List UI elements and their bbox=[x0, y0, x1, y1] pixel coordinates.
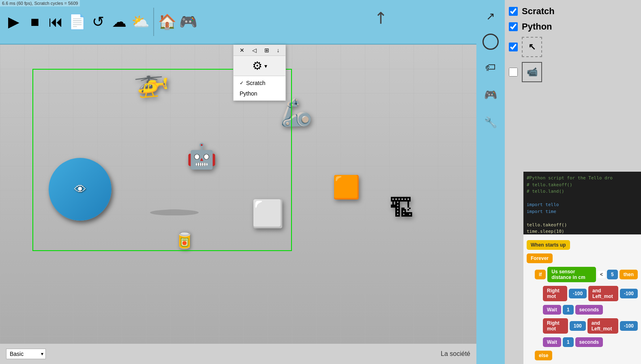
dropdown-item-scratch[interactable]: Scratch bbox=[234, 78, 285, 88]
cloud1-icon: ☁ bbox=[112, 13, 126, 30]
sensor-label[interactable]: Us sensor distance in cm bbox=[547, 267, 596, 282]
wait-block-1: Wait 1 seconds bbox=[543, 304, 638, 316]
settings-gear-icon[interactable]: ⚙ bbox=[252, 59, 262, 72]
arrow-tool-button[interactable]: ↗ bbox=[369, 6, 392, 29]
py-import-2: import time bbox=[527, 209, 556, 214]
left-mot-label-2[interactable]: and Left_mot bbox=[587, 318, 618, 334]
house-icon: 🏠 bbox=[158, 13, 176, 30]
when-starts-up-label[interactable]: When starts up bbox=[527, 240, 570, 250]
blue-tracked-robot[interactable]: 🤖 bbox=[187, 142, 217, 170]
else-block: else bbox=[535, 349, 638, 362]
dropdown-close-icon[interactable]: ✕ bbox=[240, 47, 244, 53]
gamepad-button[interactable]: 🎮 bbox=[178, 6, 198, 38]
if-sensor-block: if Us sensor distance in cm < 5 then bbox=[535, 266, 638, 283]
drone-robot[interactable]: 🚁 bbox=[133, 63, 171, 99]
left-mot-value-1[interactable]: -100 bbox=[620, 289, 638, 298]
right-icon-circle[interactable] bbox=[482, 34, 499, 50]
right-icon-gamepad[interactable]: 🎮 bbox=[480, 85, 501, 105]
python-checkbox-row: Python bbox=[509, 21, 637, 32]
py-func-1: tello.takeoff() bbox=[527, 222, 567, 228]
undo-button[interactable]: ↺ bbox=[88, 6, 108, 38]
wait-value-1[interactable]: 1 bbox=[563, 305, 574, 315]
and-label-1[interactable]: and Left_mot bbox=[588, 286, 618, 301]
right-mot-value-1[interactable]: -100 bbox=[569, 289, 587, 298]
white-boxy-robot[interactable]: ⬜ bbox=[251, 198, 284, 229]
dropdown-header: ✕ ◁ ⊞ ↓ bbox=[234, 45, 285, 56]
dropdown-menu: ✕ ◁ ⊞ ↓ ⚙ ▾ Scratch Python bbox=[233, 45, 286, 101]
cursor-icon: ↖ bbox=[528, 42, 536, 52]
python-code-display: #Python script for the Tello dro # tello… bbox=[523, 172, 641, 234]
dropdown-down-icon[interactable]: ↓ bbox=[277, 47, 280, 53]
when-starts-up-block: When starts up bbox=[527, 239, 638, 251]
video-checkbox-row: 📹 bbox=[509, 62, 637, 82]
code-panel: When starts up Forever if Us sensor dist… bbox=[523, 234, 641, 364]
py-import-1: import tello bbox=[527, 202, 559, 207]
drone-shadow bbox=[150, 210, 199, 216]
cloud2-button[interactable]: ⛅ bbox=[131, 6, 150, 38]
cloud1-button[interactable]: ☁ bbox=[109, 6, 129, 38]
right-mot-value-2[interactable]: 100 bbox=[570, 321, 586, 331]
house-button[interactable]: 🏠 bbox=[157, 6, 177, 38]
py-comment-2: # tello.takeoff() bbox=[527, 182, 572, 187]
dropdown-arrow-icon[interactable]: ◁ bbox=[252, 47, 257, 53]
status-bar: 6.6 ms (60 fps), Scratch cycles = 5609 bbox=[0, 0, 80, 6]
basic-dropdown[interactable]: Basic Advanced Custom bbox=[6, 349, 46, 359]
dropdown-scratch-label: Scratch bbox=[246, 80, 265, 86]
cloud2-icon: ⛅ bbox=[131, 13, 150, 30]
right-panel-content: Scratch Python ↖ 📹 bbox=[505, 0, 641, 88]
video-checkbox[interactable] bbox=[509, 68, 518, 77]
dash-eye: 👁 bbox=[74, 183, 86, 196]
orange-robot[interactable]: 🟧 bbox=[332, 174, 360, 200]
play-button[interactable]: ▶ bbox=[4, 6, 24, 38]
right-icon-arrow[interactable]: ↗ bbox=[480, 6, 501, 26]
left-mot-value-2[interactable]: -100 bbox=[620, 321, 638, 331]
gamepad-icon: 🎮 bbox=[179, 13, 197, 30]
dropdown-python-label: Python bbox=[240, 90, 257, 97]
right-mot-label-1[interactable]: Right mot bbox=[543, 286, 567, 301]
gray-tank-robot[interactable]: 🏗 bbox=[389, 194, 414, 222]
right-icon-tag[interactable]: 🏷 bbox=[480, 57, 501, 77]
if-label[interactable]: if bbox=[535, 270, 546, 279]
forever-block: Forever bbox=[527, 252, 638, 264]
wait-block-2: Wait 1 seconds bbox=[543, 336, 638, 348]
basic-dropdown-wrapper: Basic Advanced Custom bbox=[6, 349, 46, 359]
right-mot-label-2[interactable]: Right mot bbox=[543, 318, 568, 334]
red-can[interactable]: 🥫 bbox=[174, 231, 195, 250]
python-checkbox[interactable] bbox=[509, 22, 518, 31]
wait-label-1[interactable]: Wait bbox=[543, 305, 561, 315]
sensor-value[interactable]: 5 bbox=[607, 270, 618, 279]
video-icon-box[interactable]: 📹 bbox=[522, 62, 542, 82]
cursor-icon-box[interactable]: ↖ bbox=[522, 37, 542, 57]
document-button[interactable]: 📄 bbox=[67, 6, 87, 38]
else-label[interactable]: else bbox=[535, 351, 552, 360]
dash-robot[interactable]: 👁 bbox=[49, 158, 111, 221]
motors-block-2: Right mot 100 and Left_mot -100 bbox=[543, 317, 638, 335]
wheeled-robot-gray[interactable]: 🦾 bbox=[280, 97, 313, 128]
toolbar-group-right: 🏠 🎮 bbox=[157, 6, 198, 38]
bottom-right-text: La société bbox=[441, 350, 470, 357]
dropdown-grid-icon[interactable]: ⊞ bbox=[264, 47, 269, 53]
rewind-button[interactable]: ⏮ bbox=[46, 6, 66, 38]
cursor-checkbox[interactable] bbox=[509, 43, 518, 51]
forever-label[interactable]: Forever bbox=[527, 253, 553, 263]
scratch-checkbox-row: Scratch bbox=[509, 6, 637, 17]
seconds-label-1[interactable]: seconds bbox=[575, 305, 603, 315]
video-camera-icon: 📹 bbox=[527, 67, 538, 77]
bottom-bar: Basic Advanced Custom La société bbox=[0, 344, 476, 364]
rewind-icon: ⏮ bbox=[49, 13, 63, 30]
right-icon-tools[interactable]: 🔧 bbox=[480, 112, 501, 132]
dropdown-item-python[interactable]: Python bbox=[234, 88, 285, 99]
scratch-checkbox[interactable] bbox=[509, 7, 518, 16]
stop-button[interactable]: ■ bbox=[25, 6, 45, 38]
stop-icon: ■ bbox=[30, 13, 39, 30]
settings-chevron-icon[interactable]: ▾ bbox=[264, 63, 267, 69]
seconds-label-2[interactable]: seconds bbox=[575, 337, 603, 347]
wait-label-2[interactable]: Wait bbox=[543, 337, 561, 347]
right-panel-icons: ↗ 🏷 🎮 🔧 bbox=[476, 0, 505, 364]
code-blocks-display: When starts up Forever if Us sensor dist… bbox=[523, 234, 641, 364]
py-comment-3: # tello.land() bbox=[527, 189, 564, 194]
then-label[interactable]: then bbox=[620, 270, 638, 279]
toolbar: ▶ ■ ⏮ 📄 ↺ ☁ ⛅ 🏠 🎮 ↗ bbox=[0, 0, 476, 45]
py-func-2: time.sleep(10) bbox=[527, 229, 564, 234]
wait-value-2[interactable]: 1 bbox=[563, 337, 574, 347]
